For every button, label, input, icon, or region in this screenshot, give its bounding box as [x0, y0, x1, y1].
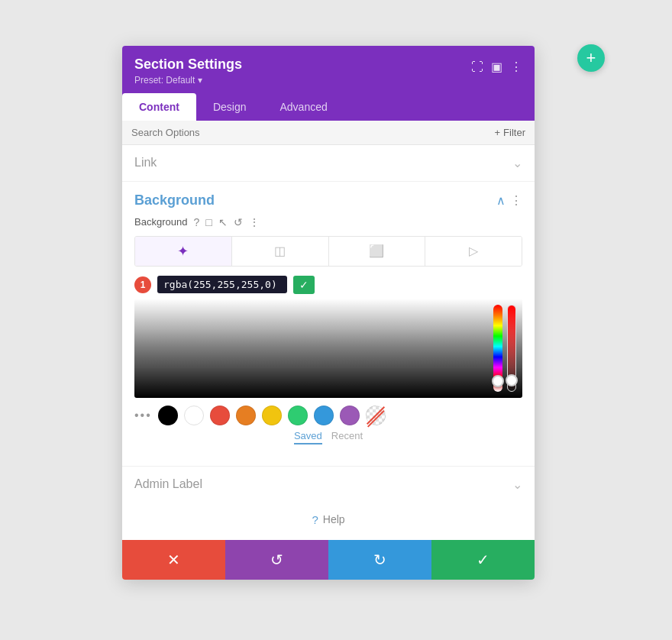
- admin-label-chevron-icon: ⌄: [512, 477, 522, 492]
- image-tab-icon: ⬜: [369, 244, 384, 258]
- link-chevron-icon: ⌄: [512, 156, 522, 170]
- gradient-tab-icon: ◫: [274, 244, 286, 258]
- panel-body: Link ⌄ Background ∧ ⋮ Background ? □: [122, 145, 535, 540]
- bg-type-gradient[interactable]: ◫: [232, 237, 329, 266]
- saved-tab[interactable]: Saved: [294, 430, 322, 444]
- color-picker: 1 ✓: [134, 276, 522, 444]
- bg-type-video[interactable]: ▷: [425, 237, 522, 266]
- link-title: Link: [134, 156, 157, 170]
- color-confirm-button[interactable]: ✓: [293, 276, 315, 294]
- hue-slider[interactable]: [493, 305, 502, 392]
- transparent-slash: [367, 406, 385, 425]
- search-bar: + Filter: [122, 121, 535, 145]
- tabs-bar: Content Design Advanced: [122, 93, 535, 121]
- cancel-button[interactable]: ✕: [122, 540, 225, 580]
- filter-icon: +: [495, 127, 501, 138]
- color-value-row: 1 ✓: [134, 276, 522, 294]
- saved-recent-tabs: Saved Recent: [134, 430, 522, 444]
- desktop-icon[interactable]: □: [205, 216, 212, 228]
- panel-header: Section Settings Preset: Default ▾ ⛶ ▣ ⋮: [122, 46, 535, 93]
- color-tab-icon: ✦: [177, 243, 189, 260]
- fab-add-button[interactable]: +: [577, 44, 605, 72]
- more-icon[interactable]: ⋮: [510, 60, 522, 74]
- filter-button[interactable]: + Filter: [495, 127, 525, 138]
- panel-subtitle[interactable]: Preset: Default ▾: [134, 75, 242, 86]
- more-swatches-button[interactable]: •••: [134, 409, 152, 422]
- background-collapse-icon[interactable]: ∧: [496, 193, 506, 208]
- background-header-right: ∧ ⋮: [496, 193, 522, 208]
- swatch-green[interactable]: [288, 406, 308, 425]
- search-input[interactable]: [131, 127, 495, 138]
- admin-label-title: Admin Label: [134, 477, 202, 491]
- help-row: ? Help: [122, 503, 535, 540]
- fullscreen-icon[interactable]: ⛶: [471, 60, 483, 74]
- alpha-slider[interactable]: [507, 305, 516, 392]
- panel-title-group: Section Settings Preset: Default ▾: [134, 57, 242, 86]
- tab-content[interactable]: Content: [122, 93, 196, 121]
- layout-icon[interactable]: ▣: [491, 60, 502, 74]
- help-tooltip-icon[interactable]: ?: [193, 216, 199, 228]
- swatch-blue[interactable]: [314, 406, 334, 425]
- color-badge: 1: [134, 276, 151, 293]
- swatch-red[interactable]: [210, 406, 230, 425]
- confirm-button[interactable]: ✓: [431, 540, 535, 580]
- background-more-icon[interactable]: ⋮: [510, 193, 522, 208]
- link-section[interactable]: Link ⌄: [122, 145, 535, 182]
- swatch-black[interactable]: [158, 406, 178, 425]
- tab-design[interactable]: Design: [196, 93, 263, 121]
- alpha-thumb: [506, 374, 518, 386]
- background-section: Background ∧ ⋮ Background ? □ ↖ ↺ ⋮: [122, 182, 535, 467]
- cursor-icon[interactable]: ↖: [218, 216, 228, 228]
- swatch-yellow[interactable]: [262, 406, 282, 425]
- bg-type-color[interactable]: ✦: [135, 237, 232, 266]
- undo-button[interactable]: ↺: [225, 540, 328, 580]
- page-wrapper: + Section Settings Preset: Default ▾ ⛶ ▣…: [0, 0, 672, 640]
- panel-header-icons: ⛶ ▣ ⋮: [471, 60, 522, 74]
- color-gradient-canvas[interactable]: [134, 299, 522, 398]
- panel-title: Section Settings: [134, 57, 242, 73]
- swatch-white[interactable]: [184, 406, 204, 425]
- color-swatches: •••: [134, 406, 522, 425]
- hue-thumb: [492, 375, 504, 387]
- gradient-gray-band: [134, 328, 522, 368]
- swatch-orange[interactable]: [236, 406, 256, 425]
- swatch-transparent[interactable]: [366, 406, 386, 425]
- panel-footer: ✕ ↺ ↻ ✓: [122, 540, 535, 580]
- options-icon[interactable]: ⋮: [249, 216, 260, 228]
- background-controls-row: Background ? □ ↖ ↺ ⋮: [134, 216, 522, 228]
- bg-type-image[interactable]: ⬜: [329, 237, 426, 266]
- tab-advanced[interactable]: Advanced: [263, 93, 344, 121]
- background-section-header: Background ∧ ⋮: [134, 192, 522, 208]
- reset-icon[interactable]: ↺: [234, 216, 243, 228]
- recent-tab[interactable]: Recent: [331, 430, 363, 444]
- background-title: Background: [134, 192, 215, 208]
- color-value-input[interactable]: [157, 276, 287, 293]
- color-sliders: [493, 305, 516, 392]
- redo-button[interactable]: ↻: [328, 540, 431, 580]
- section-settings-panel: Section Settings Preset: Default ▾ ⛶ ▣ ⋮…: [122, 46, 535, 580]
- background-label: Background: [134, 216, 187, 228]
- admin-label-section[interactable]: Admin Label ⌄: [122, 467, 535, 503]
- background-type-tabs: ✦ ◫ ⬜ ▷: [134, 236, 522, 267]
- help-label[interactable]: Help: [323, 513, 345, 525]
- filter-label: Filter: [503, 127, 525, 138]
- plus-icon: +: [586, 48, 596, 68]
- video-tab-icon: ▷: [469, 244, 478, 258]
- help-circle-icon: ?: [312, 513, 318, 526]
- swatch-purple[interactable]: [340, 406, 360, 425]
